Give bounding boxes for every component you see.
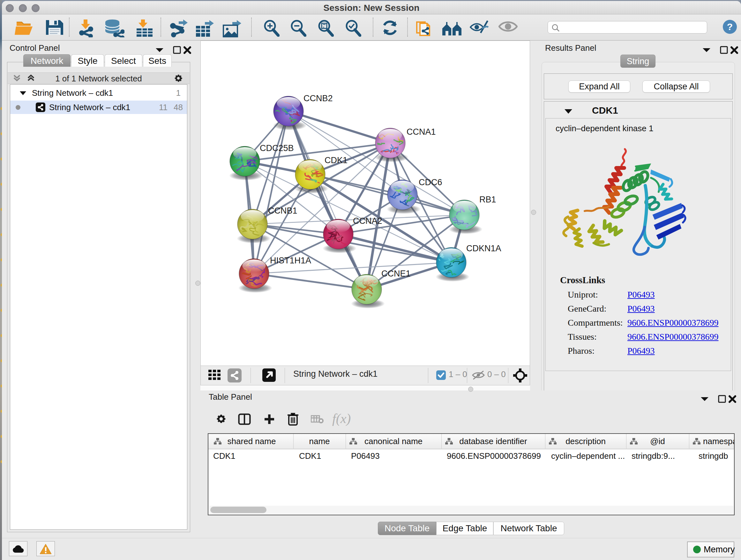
svg-text:CCNA2: CCNA2 (353, 216, 382, 226)
svg-text:CCNE1: CCNE1 (381, 269, 411, 278)
svg-text:CCNB2: CCNB2 (304, 94, 333, 103)
svg-text:CCNB1: CCNB1 (268, 206, 297, 215)
svg-text:CDC25B: CDC25B (260, 143, 294, 153)
svg-text:RB1: RB1 (479, 195, 496, 204)
svg-text:HIST1H1A: HIST1H1A (270, 256, 311, 265)
svg-text:CDC6: CDC6 (419, 178, 442, 187)
svg-text:CDK1: CDK1 (325, 155, 347, 165)
svg-text:?: ? (727, 21, 733, 32)
svg-text:CDKN1A: CDKN1A (466, 244, 501, 253)
svg-text:CCNA1: CCNA1 (407, 127, 436, 137)
